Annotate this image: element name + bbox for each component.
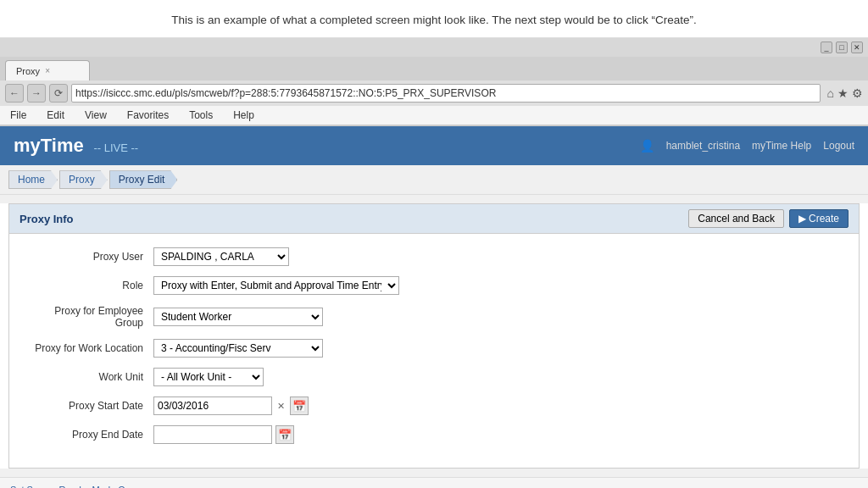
proxy-end-date-wrap: 📅	[153, 425, 294, 444]
home-icon[interactable]: ⌂	[827, 86, 834, 100]
browser-chrome: _ □ ✕ Proxy × ← → ⟳ ⌂ ★ ⚙ File Edit View…	[0, 38, 868, 126]
settings-icon[interactable]: ⚙	[852, 86, 863, 100]
work-unit-select[interactable]: - All Work Unit -	[153, 368, 264, 386]
proxy-user-row: Proxy User SPALDING , CARLA	[26, 247, 842, 266]
proxy-form: Proxy User SPALDING , CARLA Role Proxy w…	[9, 234, 859, 468]
app-header: myTime -- LIVE -- 👤 hamblet_cristina myT…	[0, 126, 868, 165]
app-live-label: -- LIVE --	[93, 141, 138, 154]
app-header-right: 👤 hamblet_cristina myTime Help Logout	[640, 139, 854, 152]
menu-tools[interactable]: Tools	[186, 108, 216, 123]
favorites-icon[interactable]: ★	[837, 86, 849, 100]
proxy-end-date-row: Proxy End Date 📅	[26, 425, 842, 444]
proxy-end-date-label: Proxy End Date	[26, 429, 153, 441]
tab-close-icon[interactable]: ×	[45, 66, 50, 75]
proxy-start-date-input[interactable]	[153, 396, 272, 415]
breadcrumb-proxy[interactable]: Proxy	[59, 170, 108, 189]
minimize-btn[interactable]: _	[821, 42, 832, 53]
app-logo: myTime -- LIVE --	[14, 135, 138, 157]
proxy-employee-group-select[interactable]: Student Worker	[153, 308, 323, 326]
help-link[interactable]: myTime Help	[752, 140, 811, 152]
start-date-clear-icon[interactable]: ✕	[275, 401, 287, 412]
create-icon: ▶	[798, 213, 806, 225]
maximize-btn[interactable]: □	[836, 42, 848, 53]
screen-reader-link[interactable]: Set Screen Reader Mode On	[10, 485, 131, 488]
breadcrumb: Home Proxy Proxy Edit	[0, 165, 868, 195]
menu-file[interactable]: File	[7, 108, 30, 123]
proxy-employee-group-label: Proxy for EmployeeGroup	[26, 305, 153, 329]
proxy-start-date-label: Proxy Start Date	[26, 400, 153, 412]
breadcrumb-home[interactable]: Home	[8, 170, 58, 189]
refresh-button[interactable]: ⟳	[49, 84, 68, 103]
main-content: Proxy Info Cancel and Back ▶Create Proxy…	[0, 203, 868, 469]
menu-view[interactable]: View	[81, 108, 110, 123]
proxy-info-header: Proxy Info Cancel and Back ▶Create	[9, 204, 859, 234]
proxy-info-panel: Proxy Info Cancel and Back ▶Create Proxy…	[8, 203, 860, 469]
proxy-end-date-input[interactable]	[153, 425, 272, 444]
create-button[interactable]: ▶Create	[789, 209, 849, 228]
proxy-start-date-wrap: ✕ 📅	[153, 396, 309, 415]
logout-link[interactable]: Logout	[823, 140, 854, 152]
proxy-info-title: Proxy Info	[19, 213, 74, 225]
work-unit-label: Work Unit	[26, 371, 153, 383]
annotation-bar: This is an example of what a completed s…	[0, 0, 868, 38]
role-label: Role	[26, 280, 153, 291]
header-username: hamblet_cristina	[666, 140, 740, 152]
browser-nav-bar: ← → ⟳ ⌂ ★ ⚙	[0, 80, 868, 106]
app-logo-text: myTime	[14, 135, 84, 156]
menu-help[interactable]: Help	[230, 108, 258, 123]
proxy-user-label: Proxy User	[26, 251, 153, 263]
proxy-info-actions: Cancel and Back ▶Create	[688, 209, 849, 228]
proxy-work-location-row: Proxy for Work Location 3 - Accounting/F…	[26, 339, 842, 358]
proxy-start-date-row: Proxy Start Date ✕ 📅	[26, 396, 842, 415]
app-footer: Set Screen Reader Mode On release 1.0	[0, 477, 868, 488]
role-select[interactable]: Proxy with Enter, Submit and Approval Ti…	[153, 276, 399, 295]
start-date-calendar-icon[interactable]: 📅	[290, 396, 309, 415]
cancel-back-button[interactable]: Cancel and Back	[688, 209, 784, 228]
url-bar[interactable]	[71, 84, 821, 103]
tab-label: Proxy	[16, 66, 40, 76]
proxy-employee-group-row: Proxy for EmployeeGroup Student Worker	[26, 305, 842, 329]
proxy-work-location-select[interactable]: 3 - Accounting/Fisc Serv	[153, 339, 323, 358]
close-btn[interactable]: ✕	[851, 42, 863, 53]
end-date-calendar-icon[interactable]: 📅	[275, 425, 294, 444]
back-button[interactable]: ←	[5, 84, 24, 103]
browser-tab-bar: Proxy ×	[0, 57, 868, 80]
header-user-icon: 👤	[640, 139, 654, 152]
browser-menu-bar: File Edit View Favorites Tools Help	[0, 106, 868, 125]
role-row: Role Proxy with Enter, Submit and Approv…	[26, 276, 842, 295]
annotation-text: This is an example of what a completed s…	[171, 14, 697, 26]
menu-favorites[interactable]: Favorites	[124, 108, 172, 123]
browser-icons-right: ⌂ ★ ⚙	[827, 86, 863, 100]
proxy-user-select[interactable]: SPALDING , CARLA	[153, 247, 289, 266]
work-unit-row: Work Unit - All Work Unit -	[26, 368, 842, 386]
menu-edit[interactable]: Edit	[43, 108, 68, 123]
breadcrumb-proxy-edit[interactable]: Proxy Edit	[109, 170, 178, 189]
browser-titlebar: _ □ ✕	[0, 38, 868, 57]
browser-tab[interactable]: Proxy ×	[5, 60, 90, 80]
proxy-work-location-label: Proxy for Work Location	[26, 342, 153, 354]
forward-button[interactable]: →	[27, 84, 46, 103]
